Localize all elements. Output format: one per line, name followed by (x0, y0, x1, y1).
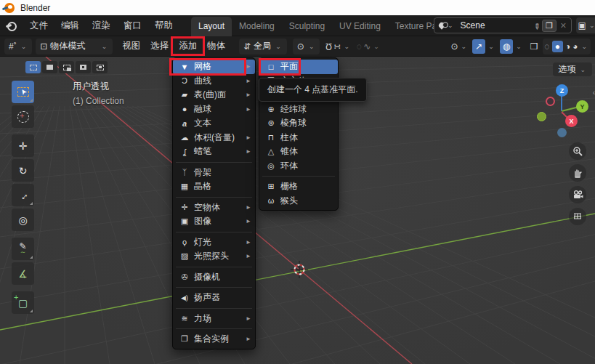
pivot-point-dropdown[interactable]: ⊙ ⌄ (293, 39, 320, 54)
menu-item-metaball[interactable]: ● 融球 ► (173, 102, 255, 117)
zoom-button[interactable] (569, 142, 586, 160)
submenu-item-plane[interactable]: □ 平面 (259, 60, 338, 74)
menu-item-force-field[interactable]: ≋ 力场 ► (173, 312, 255, 326)
invert-select-icon (80, 65, 86, 70)
blender-menu-icon[interactable] (6, 22, 17, 30)
camera-view-button[interactable] (569, 186, 586, 203)
menu-item-curve[interactable]: Ɔ 曲线 ► (173, 74, 255, 89)
select-box-tool[interactable]: ➤ (12, 81, 34, 103)
neg-z-axis-ball[interactable] (557, 128, 567, 137)
chevron-down-icon[interactable]: ⌄ (344, 43, 349, 50)
z-axis-ball[interactable]: Z (556, 84, 568, 97)
submenu-item-ico-sphere[interactable]: ⊛ 棱角球 (259, 116, 338, 131)
menu-item-speaker[interactable]: ◀) 扬声器 (173, 291, 255, 305)
annotate-tool[interactable]: ✎∼ (12, 238, 34, 260)
chevron-down-icon[interactable]: ⌄ (581, 43, 587, 50)
menu-render[interactable]: 渲染 (86, 16, 117, 36)
close-scene-icon[interactable]: ✕ (559, 21, 568, 31)
menu-item-image[interactable]: ▣ 图像 ► (173, 214, 255, 229)
chevron-down-icon[interactable]: ⌄ (516, 43, 522, 50)
falloff-icon[interactable]: ∿ (363, 41, 371, 52)
tab-layout[interactable]: Layout (191, 17, 232, 36)
snap-with-icon[interactable]: ∺ (333, 41, 341, 52)
menu-item-surface[interactable]: ▰ 表(曲)面 ► (173, 88, 255, 102)
show-object-types-icon[interactable]: ⊙ (451, 41, 458, 52)
menu-window[interactable]: 窗口 (117, 16, 148, 36)
select-mode-extend[interactable] (42, 61, 57, 73)
submenu-item-monkey[interactable]: ω 猴头 (259, 194, 338, 209)
rotate-tool[interactable]: ↻ (12, 159, 34, 182)
menu-item-light-probe[interactable]: ▨ 光照探头 ► (173, 249, 255, 264)
select-menu[interactable]: 选择 (145, 37, 174, 55)
view-menu[interactable]: 视图 (117, 37, 145, 55)
menu-item-light[interactable]: ϙ 灯光 ► (173, 235, 255, 250)
menu-item-volume[interactable]: ☁ 体积(音量) ► (173, 131, 255, 145)
magnet-icon[interactable]: Ω (325, 41, 332, 52)
scene-icon[interactable] (437, 21, 445, 29)
menu-item-text[interactable]: a 文本 (173, 116, 255, 131)
cursor-tool[interactable] (12, 105, 34, 128)
tab-uv-editing[interactable]: UV Editing (332, 17, 388, 36)
tab-modeling[interactable]: Modeling (232, 17, 282, 36)
render-output-selector[interactable]: ▣ ⌄ (576, 17, 595, 33)
select-mode-set[interactable] (25, 61, 41, 73)
submenu-item-torus[interactable]: ◎ 环体 (259, 159, 338, 174)
material-preview-icon[interactable]: ◑ (565, 41, 570, 52)
wireframe-shading-icon[interactable]: ◌ (545, 41, 550, 52)
image-icon: ▣ (178, 217, 191, 226)
3d-viewport[interactable]: 用户透视 (1) Collection 选项 ⌄ ➤ ✛ ↻ ↔ ◎ ✎∼ ∡ … (0, 57, 595, 364)
transform-tool[interactable]: ◎ (12, 209, 34, 231)
menu-item-mesh[interactable]: ▼ 网格 ► (173, 60, 255, 74)
menu-help[interactable]: 帮助 (148, 16, 179, 36)
submenu-item-uv-sphere[interactable]: ⊕ 经纬球 (259, 102, 338, 117)
chevron-down-icon[interactable]: ⌄ (448, 22, 453, 29)
tab-sculpting[interactable]: Sculpting (282, 17, 332, 36)
chevron-down-icon[interactable]: ⌄ (488, 43, 494, 50)
menu-item-armature[interactable]: ᛉ 骨架 (173, 166, 255, 180)
menu-item-lattice[interactable]: ▦ 晶格 (173, 179, 255, 194)
chevron-down-icon[interactable]: ⌄ (461, 43, 467, 50)
scale-tool[interactable]: ↔ (12, 184, 34, 206)
object-menu[interactable]: 物体 (202, 37, 230, 55)
menu-item-grease-pencil[interactable]: ʆ 蜡笔 ► (173, 145, 255, 159)
mode-dropdown[interactable]: ⊡ 物体模式 ⌄ (36, 39, 113, 54)
menu-edit[interactable]: 编辑 (54, 16, 86, 36)
submenu-arrow-icon: ► (246, 134, 251, 141)
submenu-item-cylinder[interactable]: ⊓ 柱体 (259, 131, 338, 145)
show-gizmos-icon[interactable]: ↗ (472, 39, 485, 54)
new-scene-button[interactable]: ❐ (542, 20, 556, 32)
measure-tool[interactable]: ∡ (12, 262, 34, 285)
scene-name-field[interactable]: Scene (461, 20, 533, 31)
chevron-down-icon: ⌄ (309, 43, 315, 50)
select-mode-subtract[interactable] (59, 61, 74, 73)
menu-item-empty[interactable]: ✛ 空物体 ► (173, 201, 255, 215)
solid-shading-icon[interactable]: ● (552, 41, 563, 52)
chevron-down-icon[interactable]: ⌄ (373, 43, 379, 50)
x-axis-ball[interactable]: X (565, 115, 578, 127)
add-primitive-tool[interactable]: ▢ (12, 291, 34, 314)
show-overlays-icon[interactable]: ◍ (500, 39, 513, 54)
move-tool[interactable]: ✛ (12, 134, 34, 157)
options-dropdown[interactable]: 选项 ⌄ (553, 62, 592, 76)
sidebar-collapse-icon[interactable]: ‹ (593, 89, 595, 97)
add-menu-button[interactable]: 添加 (174, 37, 202, 55)
pan-button[interactable] (569, 164, 586, 182)
hand-icon (572, 168, 583, 178)
submenu-item-cone[interactable]: △ 锥体 (259, 145, 338, 159)
menu-file[interactable]: 文件 (23, 16, 54, 36)
navigation-gizmo[interactable]: Z Y X (534, 84, 592, 142)
neg-y-axis-ball[interactable] (537, 112, 546, 121)
rendered-shading-icon[interactable]: ◕ (572, 41, 578, 52)
neg-x-axis-ball[interactable] (546, 97, 555, 106)
toggle-projection-button[interactable] (569, 208, 586, 225)
submenu-item-grid[interactable]: ⊞ 栅格 (259, 179, 338, 194)
y-axis-ball[interactable]: Y (576, 100, 588, 113)
select-mode-intersect[interactable] (92, 61, 108, 73)
toggle-xray-icon[interactable]: ❒ (530, 41, 538, 52)
select-mode-invert[interactable] (76, 61, 91, 73)
proportional-edit-icon[interactable]: ◌ (357, 41, 362, 52)
menu-item-collection-instance[interactable]: ❐ 集合实例 ► (173, 332, 255, 347)
menu-item-camera[interactable]: ✇ 摄像机 (173, 270, 255, 285)
editor-type-button[interactable]: #˚ ⌄ (4, 39, 32, 54)
transform-orientation-dropdown[interactable]: ⇵ 全局 ⌄ (239, 39, 287, 54)
